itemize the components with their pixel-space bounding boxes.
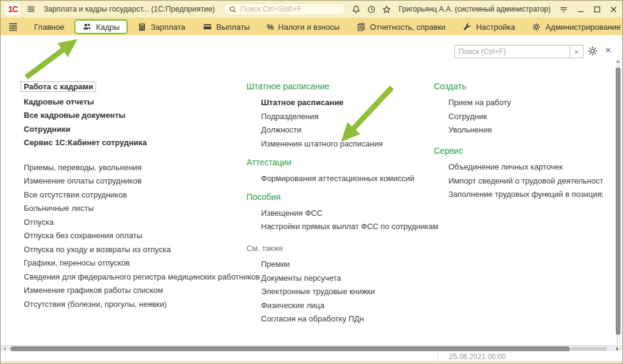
tab-label: Выплаты xyxy=(217,22,250,32)
calculator-icon xyxy=(137,22,147,32)
favorites-star-icon[interactable] xyxy=(382,5,391,14)
tab-nastroyka[interactable]: Настройка xyxy=(454,20,523,34)
section-title-staffing: Штатное расписание xyxy=(246,81,430,91)
reports-icon xyxy=(357,22,366,32)
nav-link[interactable]: Графики, переносы отпусков xyxy=(24,259,248,267)
section-title-service: Сервис xyxy=(434,146,603,156)
percent-icon: % xyxy=(266,22,274,32)
nav-link[interactable]: Согласия на обработку ПДн xyxy=(261,315,430,323)
nav-link[interactable]: Все отсутствия сотрудников xyxy=(24,191,248,199)
section-title-see-also: См. также xyxy=(246,244,430,253)
panel-search-box: × xyxy=(454,45,583,58)
maximize-button[interactable] xyxy=(593,5,601,13)
nav-link[interactable]: Настройки прямых выплат ФСС по сотрудник… xyxy=(261,222,430,230)
nav-link[interactable]: Физические лица xyxy=(261,301,430,309)
column-create-service: Создать Прием на работу Сотрудник Увольн… xyxy=(434,81,603,204)
nav-link[interactable]: Больничные листы xyxy=(24,204,248,212)
tab-glavnoe[interactable]: Главное xyxy=(26,20,73,34)
title-bar: 1С Зарплата и кадры государст... (1С:Пре… xyxy=(1,1,622,18)
tab-label: Налоги и взносы xyxy=(278,22,339,32)
section-title-posobiya: Пособия xyxy=(246,192,430,202)
nav-link[interactable]: Документы персучета xyxy=(261,274,430,282)
tab-label: Администрирование xyxy=(545,22,621,32)
nav-link[interactable]: Подразделения xyxy=(261,112,430,120)
tab-otchetnost-spravki[interactable]: Отчетность, справки xyxy=(348,20,454,34)
nav-link[interactable]: Увольнение xyxy=(448,126,603,134)
people-icon xyxy=(82,22,92,32)
tab-vyplaty[interactable]: Выплаты xyxy=(194,19,259,34)
nav-link[interactable]: Должности xyxy=(261,126,430,134)
panel-close-icon[interactable]: × xyxy=(605,44,611,57)
window-title: Зарплата и кадры государст... (1С:Предпр… xyxy=(43,5,215,13)
nav-link[interactable]: Электронные трудовые книжки xyxy=(261,287,430,295)
nav-link-label: Работа с кадрами xyxy=(21,81,96,92)
horizontal-scroll-thumb[interactable] xyxy=(10,346,570,351)
current-user-label: Григорьянц А.А. (системный администратор… xyxy=(399,5,551,13)
scroll-right-icon[interactable] xyxy=(616,347,619,351)
nav-link[interactable]: Приемы, переводы, увольнения xyxy=(24,163,248,171)
tab-kadry[interactable]: Кадры xyxy=(74,19,128,34)
nav-link[interactable]: Формирования аттестационных комиссий xyxy=(261,174,430,182)
scroll-left-icon[interactable] xyxy=(3,347,5,351)
nav-link[interactable]: Отсутствия (болезни, прогулы, неявки) xyxy=(24,300,248,308)
nav-link[interactable]: Штатное расписание xyxy=(261,98,430,106)
clear-search-button[interactable]: × xyxy=(570,45,583,58)
nav-link[interactable]: Все кадровые документы xyxy=(24,111,248,119)
1c-logo-icon: 1С xyxy=(5,3,20,15)
nav-link-rabota-s-kadrami[interactable]: Работа с кадрами xyxy=(24,81,248,92)
nav-link[interactable]: Объединение личных карточек xyxy=(448,163,603,171)
nav-link[interactable]: Кадровые отчеты xyxy=(24,98,248,106)
tab-label: Главное xyxy=(34,22,64,32)
nav-link[interactable]: Отпуска xyxy=(24,218,248,226)
wrench-icon xyxy=(462,22,472,32)
nav-link[interactable]: Премии xyxy=(261,260,430,268)
close-window-button[interactable] xyxy=(610,5,618,13)
nav-link[interactable]: Прием на работу xyxy=(448,98,603,106)
main-menu-icon[interactable] xyxy=(26,4,36,14)
nav-link[interactable]: Импорт сведений о трудовой деятельности xyxy=(448,177,603,185)
nav-link[interactable]: Сервис 1С:Кабинет сотрудника xyxy=(24,139,248,146)
horizontal-scrollbar[interactable] xyxy=(1,345,622,351)
sections-burger-icon[interactable] xyxy=(8,22,18,32)
minimize-button[interactable] xyxy=(577,5,585,13)
notifications-bell-icon[interactable] xyxy=(352,5,361,14)
vertical-scrollbar[interactable] xyxy=(616,59,621,345)
nav-link[interactable]: Заполнение трудовых функций в позициях ш… xyxy=(448,190,603,198)
scroll-up-icon[interactable] xyxy=(616,60,620,63)
kadry-panel: × × Работа с кадрами Кадровые отчеты Все… xyxy=(1,35,622,363)
tab-label: Кадры xyxy=(96,22,120,32)
nav-link[interactable]: Отпуска без сохранения оплаты xyxy=(24,232,248,239)
column-work-with-staff: Работа с кадрами Кадровые отчеты Все кад… xyxy=(24,81,248,314)
nav-link[interactable]: Отпуска по уходу и возвраты из отпуска xyxy=(24,246,248,253)
bank-card-icon xyxy=(203,22,212,32)
nav-link[interactable]: Изменение графиков работы списком xyxy=(24,286,248,294)
vertical-scroll-thumb[interactable] xyxy=(616,67,621,335)
tab-nalogi-vznosy[interactable]: % Налоги и взносы xyxy=(258,20,348,34)
tab-label: Отчетность, справки xyxy=(370,22,445,32)
search-icon xyxy=(229,5,237,13)
service-menu-icon[interactable] xyxy=(559,5,568,14)
panel-search-input[interactable] xyxy=(454,45,570,58)
history-icon[interactable] xyxy=(367,5,376,14)
gear-icon xyxy=(532,22,541,32)
nav-link[interactable]: Сведения для федерального регистра медиц… xyxy=(24,273,248,281)
section-title-create: Создать xyxy=(434,81,603,91)
section-menu-bar: Главное Кадры Зарплата Выплаты % Налоги … xyxy=(1,18,622,35)
global-search-box[interactable] xyxy=(223,3,346,15)
tab-label: Зарплата xyxy=(151,22,186,32)
column-staffing: Штатное расписание Штатное расписание По… xyxy=(246,81,430,329)
nav-link[interactable]: Изменение оплаты сотрудников xyxy=(24,177,248,185)
tab-administrirovanie[interactable]: Администрирование xyxy=(523,20,623,34)
date-value: 25.06.2021 00:00 xyxy=(449,352,506,361)
tab-zarplata[interactable]: Зарплата xyxy=(129,20,194,34)
nav-link[interactable]: Сотрудник xyxy=(448,112,603,120)
nav-link[interactable]: Сотрудники xyxy=(24,125,248,133)
nav-link-izmeneniya-shtatnogo[interactable]: Изменения штатного расписания xyxy=(261,140,430,148)
nav-link[interactable]: Извещения ФСС xyxy=(261,209,430,217)
global-search-input[interactable] xyxy=(240,5,340,13)
window-bottom-strip xyxy=(1,361,622,363)
section-title-attestacii: Аттестации xyxy=(246,157,430,167)
app-window: 1С Зарплата и кадры государст... (1С:Пре… xyxy=(0,0,623,364)
panel-settings-gear-icon[interactable] xyxy=(587,46,598,57)
tab-label: Настройка xyxy=(476,22,515,32)
